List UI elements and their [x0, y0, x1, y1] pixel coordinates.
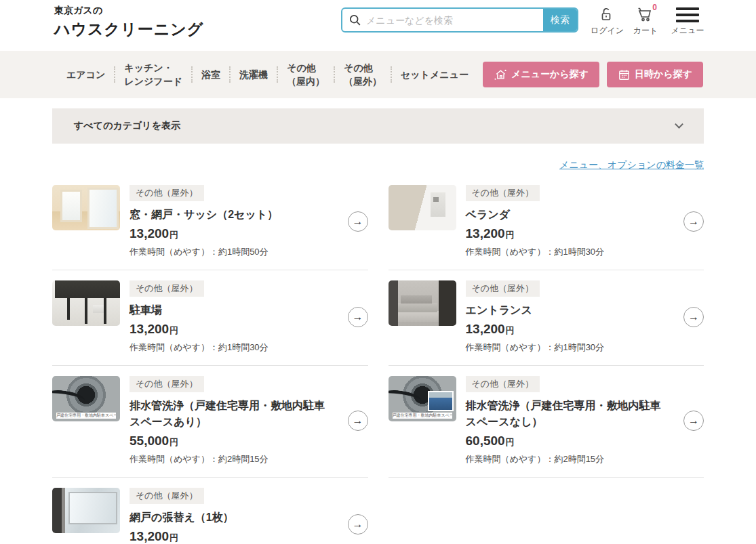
search-icon: [349, 14, 361, 26]
menu-item-card[interactable]: 戸建住宅専用・敷地内駐車スペースなし その他（屋外） 排水管洗浄（戸建住宅専用・…: [389, 366, 704, 478]
menu-item-card[interactable]: その他（屋外） 駐車場 13,200 円 作業時間（めやす）：約1時間30分: [52, 270, 368, 366]
nav-categories: エアコンキッチン・ レンジフード浴室洗濯機その他 （屋内）その他 （屋外）セット…: [58, 61, 477, 89]
site-header: 東京ガスの ハウスクリーニング 検索 ログイン: [0, 0, 756, 51]
item-duration: 作業時間（めやす）：約2時間15分: [466, 453, 672, 465]
category-tag: その他（屋外）: [130, 280, 204, 297]
thumbnail-caption: 戸建住宅専用・敷地内駐車スペースあり: [56, 413, 116, 419]
item-title: 排水管洗浄（戸建住宅専用・敷地内駐車スペースなし）: [466, 398, 672, 432]
item-price: 13,200: [130, 322, 169, 337]
item-arrow-button[interactable]: [348, 211, 368, 232]
item-price-unit: 円: [506, 229, 515, 241]
menu-item-card[interactable]: その他（屋外） 網戸の張替え（1枚） 13,200 円 作業時間（めやす）：約4…: [52, 478, 368, 544]
search-bar: 検索: [341, 7, 578, 33]
item-thumbnail[interactable]: [389, 185, 456, 230]
item-arrow-button[interactable]: [683, 211, 704, 232]
house-sparkle-icon: [494, 68, 507, 81]
item-title: 駐車場: [130, 302, 336, 319]
item-price: 13,200: [130, 529, 169, 544]
item-price-row: 13,200 円: [130, 322, 336, 337]
item-title: 排水管洗浄（戸建住宅専用・敷地内駐車スペースあり）: [130, 398, 336, 432]
price-list-link-row: メニュー、オプションの料金一覧: [52, 159, 704, 171]
item-thumbnail[interactable]: [52, 185, 120, 230]
category-tag: その他（屋外）: [130, 376, 204, 392]
item-info: その他（屋外） 網戸の張替え（1枚） 13,200 円 作業時間（めやす）：約4…: [130, 488, 336, 544]
menu-button[interactable]: メニュー: [670, 5, 705, 37]
item-arrow-button[interactable]: [683, 307, 704, 327]
hamburger-icon: [670, 5, 705, 23]
login-button[interactable]: ログイン: [591, 5, 622, 37]
item-price-unit: 円: [506, 325, 515, 337]
chevron-down-icon: [675, 120, 683, 129]
item-arrow-button[interactable]: [683, 411, 704, 431]
item-price: 13,200: [466, 322, 505, 337]
category-tag: その他（屋外）: [466, 280, 540, 297]
item-info: その他（屋外） エントランス 13,200 円 作業時間（めやす）：約1時間30…: [466, 280, 672, 354]
item-price-unit: 円: [170, 436, 178, 448]
item-price-row: 55,000 円: [130, 434, 336, 448]
item-duration: 作業時間（めやす）：約1時間30分: [130, 341, 336, 354]
cart-label: カート: [630, 25, 661, 37]
nav-buttons: メニューから探す 日時から探す: [483, 62, 703, 87]
category-tag: その他（屋外）: [466, 376, 540, 392]
item-thumbnail[interactable]: [389, 280, 456, 326]
item-price-row: 13,200 円: [130, 226, 336, 241]
item-title: ベランダ: [466, 207, 672, 224]
category-tag: その他（屋外）: [130, 185, 204, 201]
item-price-row: 13,200 円: [466, 322, 672, 337]
menu-item-card[interactable]: 戸建住宅専用・敷地内駐車スペースあり その他（屋外） 排水管洗浄（戸建住宅専用・…: [52, 366, 368, 478]
search-input[interactable]: [366, 9, 543, 31]
item-title: エントランス: [466, 302, 672, 319]
main-content: すべてのカテゴリを表示 メニュー、オプションの料金一覧 その他（屋外） 窓・網戸…: [0, 108, 756, 544]
item-price-row: 13,200 円: [130, 529, 336, 544]
category-navbar: エアコンキッチン・ レンジフード浴室洗濯機その他 （屋内）その他 （屋外）セット…: [0, 51, 756, 98]
item-title: 網戸の張替え（1枚）: [130, 509, 336, 526]
search-by-menu-label: メニューから探す: [511, 68, 589, 81]
item-thumbnail[interactable]: 戸建住宅専用・敷地内駐車スペースなし: [389, 376, 456, 421]
logo-line1: 東京ガスの: [54, 5, 203, 17]
item-title: 窓・網戸・サッシ（2セット）: [130, 207, 336, 224]
item-info: その他（屋外） ベランダ 13,200 円 作業時間（めやす）：約1時間30分: [466, 185, 672, 258]
menu-item-card[interactable]: その他（屋外） 窓・網戸・サッシ（2セット） 13,200 円 作業時間（めやす…: [52, 182, 368, 270]
item-thumbnail[interactable]: [52, 280, 120, 326]
nav-category[interactable]: その他 （屋内）: [278, 61, 334, 89]
nav-category[interactable]: セットメニュー: [392, 68, 477, 81]
category-tag: その他（屋外）: [466, 185, 540, 201]
item-price-unit: 円: [506, 436, 515, 448]
all-categories-toggle[interactable]: すべてのカテゴリを表示: [52, 108, 704, 144]
item-arrow-button[interactable]: [348, 411, 368, 431]
price-list-link[interactable]: メニュー、オプションの料金一覧: [559, 159, 704, 170]
search-by-datetime-button[interactable]: 日時から探す: [607, 62, 703, 87]
item-thumbnail[interactable]: [52, 488, 120, 533]
item-info: その他（屋外） 排水管洗浄（戸建住宅専用・敷地内駐車スペースあり） 55,000…: [130, 376, 336, 466]
items-grid: その他（屋外） 窓・網戸・サッシ（2セット） 13,200 円 作業時間（めやす…: [52, 182, 704, 544]
search-submit-button[interactable]: 検索: [543, 9, 577, 31]
item-price: 55,000: [130, 434, 169, 448]
search-box: [342, 9, 543, 31]
nav-category[interactable]: エアコン: [58, 68, 114, 81]
item-duration: 作業時間（めやす）：約1時間30分: [466, 246, 672, 258]
item-info: その他（屋外） 窓・網戸・サッシ（2セット） 13,200 円 作業時間（めやす…: [130, 185, 336, 258]
item-price-row: 60,500 円: [466, 434, 672, 448]
item-info: その他（屋外） 駐車場 13,200 円 作業時間（めやす）：約1時間30分: [130, 280, 336, 354]
item-thumbnail[interactable]: 戸建住宅専用・敷地内駐車スペースあり: [52, 376, 120, 421]
search-by-menu-button[interactable]: メニューから探す: [483, 62, 599, 87]
nav-category[interactable]: 浴室: [193, 68, 229, 81]
item-duration: 作業時間（めやす）：約1時間50分: [130, 246, 336, 258]
item-arrow-button[interactable]: [348, 307, 368, 327]
cart-icon: 0: [630, 5, 661, 23]
menu-item-card[interactable]: その他（屋外） エントランス 13,200 円 作業時間（めやす）：約1時間30…: [389, 270, 704, 366]
menu-item-card[interactable]: その他（屋外） ベランダ 13,200 円 作業時間（めやす）：約1時間30分: [389, 182, 704, 270]
item-arrow-button[interactable]: [348, 514, 368, 535]
nav-category[interactable]: 洗濯機: [231, 68, 277, 81]
search-by-datetime-label: 日時から探す: [635, 68, 692, 81]
site-logo[interactable]: 東京ガスの ハウスクリーニング: [54, 5, 203, 40]
item-price: 60,500: [466, 434, 505, 448]
all-categories-label: すべてのカテゴリを表示: [74, 120, 180, 132]
cart-button[interactable]: 0 カート: [630, 5, 661, 37]
item-duration: 作業時間（めやす）：約1時間30分: [466, 341, 672, 354]
lock-icon: [591, 5, 622, 23]
login-label: ログイン: [591, 25, 622, 37]
nav-category[interactable]: その他 （屋外）: [335, 61, 391, 89]
item-price: 13,200: [130, 226, 169, 241]
nav-category[interactable]: キッチン・ レンジフード: [115, 61, 191, 89]
